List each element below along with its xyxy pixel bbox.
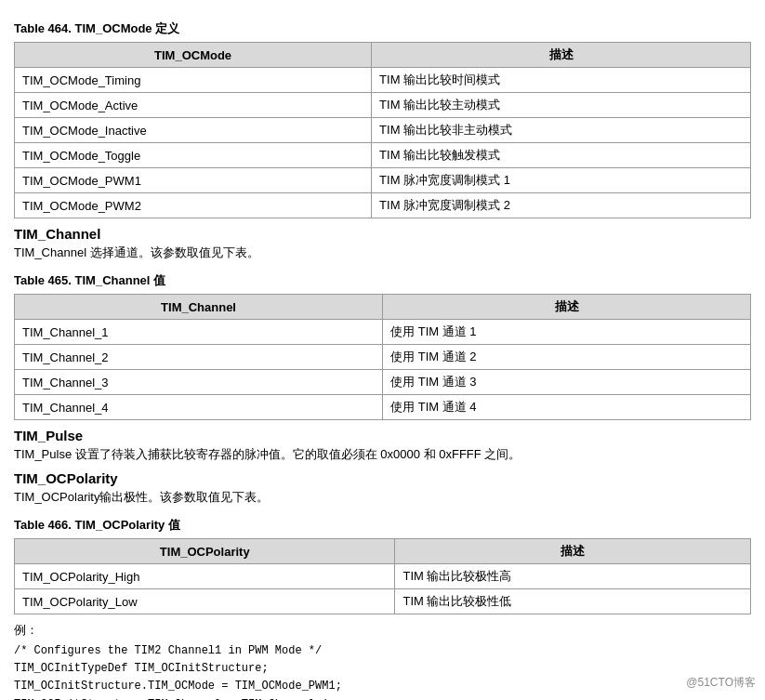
table-cell-name: TIM_OCMode_Active (15, 93, 372, 118)
code-line: /* Configures the TIM2 Channel1 in PWM M… (14, 642, 751, 660)
table464-title: Table 464. TIM_OCMode 定义 (14, 20, 751, 37)
table-cell-desc: 使用 TIM 通道 3 (383, 370, 751, 395)
table-cell-name: TIM_OCPolarity_High (15, 564, 395, 589)
table-cell-desc: TIM 脉冲宽度调制模式 1 (372, 168, 751, 193)
table-cell-desc: 使用 TIM 通道 2 (383, 345, 751, 370)
table-cell-desc: TIM 脉冲宽度调制模式 2 (372, 193, 751, 218)
table466-title: Table 466. TIM_OCPolarity 值 (14, 517, 751, 534)
table466-col1-header: TIM_OCPolarity (15, 539, 395, 564)
table-cell-desc: TIM 输出比较非主动模式 (372, 118, 751, 143)
table-cell-name: TIM_OCMode_Timing (15, 68, 372, 93)
example-label: 例： (14, 622, 751, 639)
table-cell-name: TIM_Channel_4 (15, 395, 383, 420)
table464-col2-header: 描述 (372, 43, 751, 68)
code-line: TIM_OCInitStructure.TIM_OCMode = TIM_OCM… (14, 678, 751, 695)
table465-col1-header: TIM_Channel (15, 295, 383, 320)
table466-col2-header: 描述 (395, 539, 751, 564)
tim-ocpolarity-heading: TIM_OCPolarity (14, 470, 751, 486)
example-code: /* Configures the TIM2 Channel1 in PWM M… (14, 642, 751, 700)
table-cell-name: TIM_Channel_1 (15, 320, 383, 345)
code-line: TIM_OCInitTypeDef TIM_OCInitStructure; (14, 660, 751, 678)
table464: TIM_OCMode 描述 TIM_OCMode_TimingTIM 输出比较时… (14, 42, 751, 218)
table465-title: Table 465. TIM_Channel 值 (14, 272, 751, 289)
table-cell-desc: 使用 TIM 通道 1 (383, 320, 751, 345)
table-cell-desc: TIM 输出比较时间模式 (372, 68, 751, 93)
table-cell-name: TIM_OCMode_Inactive (15, 118, 372, 143)
table-cell-desc: TIM 输出比较主动模式 (372, 93, 751, 118)
table-cell-name: TIM_Channel_3 (15, 370, 383, 395)
watermark: @51CTO博客 (686, 675, 756, 691)
table-cell-name: TIM_OCMode_PWM2 (15, 193, 372, 218)
tim-ocpolarity-desc: TIM_OCPolarity输出极性。该参数取值见下表。 (14, 489, 751, 506)
table465-col2-header: 描述 (383, 295, 751, 320)
table-cell-name: TIM_OCMode_Toggle (15, 143, 372, 168)
code-line: TIM_OCInitStructure.TIM_Channel = TIM_Ch… (14, 696, 751, 700)
table-cell-desc: TIM 输出比较极性低 (395, 589, 751, 614)
table466: TIM_OCPolarity 描述 TIM_OCPolarity_HighTIM… (14, 538, 751, 614)
table-cell-name: TIM_Channel_2 (15, 345, 383, 370)
table-cell-desc: 使用 TIM 通道 4 (383, 395, 751, 420)
table464-col1-header: TIM_OCMode (15, 43, 372, 68)
table-cell-name: TIM_OCPolarity_Low (15, 589, 395, 614)
tim-pulse-heading: TIM_Pulse (14, 428, 751, 443)
tim-channel-heading: TIM_Channel (14, 226, 751, 242)
table-cell-desc: TIM 输出比较触发模式 (372, 143, 751, 168)
tim-pulse-desc: TIM_Pulse 设置了待装入捕获比较寄存器的脉冲值。它的取值必须在 0x00… (14, 446, 751, 463)
tim-channel-desc: TIM_Channel 选择通道。该参数取值见下表。 (14, 244, 751, 261)
table-cell-name: TIM_OCMode_PWM1 (15, 168, 372, 193)
table465: TIM_Channel 描述 TIM_Channel_1使用 TIM 通道 1T… (14, 294, 751, 420)
table-cell-desc: TIM 输出比较极性高 (395, 564, 751, 589)
